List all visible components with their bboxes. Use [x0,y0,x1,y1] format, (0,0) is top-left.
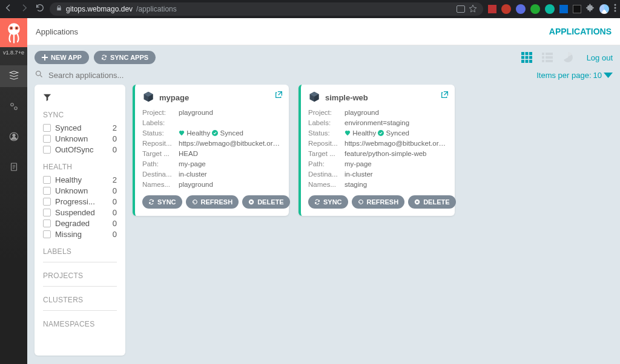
delete-button[interactable]: DELETE [408,195,455,209]
breadcrumb-bar: Applications APPLICATIONS [27,18,620,45]
refresh-button[interactable]: REFRESH [352,195,405,209]
view-list-icon[interactable] [541,51,553,63]
sync-button[interactable]: SYNC [308,195,348,209]
field-value: in-cluster [179,170,282,179]
checkbox[interactable] [43,198,51,206]
open-external-icon[interactable] [275,91,283,100]
filter-row[interactable]: Synced2 [43,123,117,132]
breadcrumb: Applications [36,27,78,36]
svg-point-0 [615,4,616,6]
filter-icon [43,93,117,103]
field-key: Names... [142,180,179,189]
filter-row[interactable]: Progressi...0 [43,197,117,206]
translate-icon[interactable] [457,5,465,13]
field-value: Healthy Synced [179,129,282,138]
delete-button[interactable]: DELETE [242,195,289,209]
ext-icon[interactable] [516,4,526,14]
field-value: staging [345,180,447,189]
ext-icon[interactable] [573,5,581,13]
filter-head-clusters: CLUSTERS [43,296,117,311]
filter-label: Progressi... [55,197,108,206]
lock-icon [56,5,62,13]
profile-avatar[interactable] [599,4,609,14]
filter-label: OutOfSync [55,145,108,154]
svg-rect-26 [542,60,544,62]
search-input[interactable] [48,71,532,80]
field-value: my-page [179,160,282,169]
argo-logo[interactable] [0,18,27,47]
filter-row[interactable]: Degraded0 [43,219,117,228]
filter-row[interactable]: Suspended0 [43,208,117,217]
ext-icon[interactable] [545,4,555,14]
svg-point-7 [16,27,18,29]
filter-head-labels: LABELS [43,247,117,263]
filter-row[interactable]: Unknown0 [43,134,117,143]
filter-row[interactable]: OutOfSync0 [43,145,117,154]
reload-button[interactable] [35,3,45,15]
checkbox[interactable] [43,146,51,154]
svg-point-9 [14,107,17,110]
filter-row[interactable]: Healthy2 [43,175,117,184]
items-per-page[interactable]: Items per page: 10 [536,71,613,80]
ext-icon[interactable] [501,4,511,14]
filter-head-namespaces: NAMESPACES [43,320,117,329]
svg-point-6 [10,27,12,29]
svg-rect-20 [525,60,528,63]
view-grid-icon[interactable] [521,51,533,63]
svg-rect-25 [546,56,553,59]
field-value: https://webmago@bitbucket.org/we... [345,139,447,148]
checkbox[interactable] [43,219,51,227]
rail-item-user[interactable] [0,126,27,148]
filter-label: Degraded [55,219,108,228]
filter-label: Unknown [55,186,108,195]
ext-icon[interactable] [559,5,568,13]
logout-link[interactable]: Log out [587,53,613,62]
filter-row[interactable]: Unknown0 [43,186,117,195]
nav-buttons [4,3,45,15]
filter-count: 0 [113,186,117,195]
open-external-icon[interactable] [441,91,449,100]
bookmark-icon[interactable] [469,4,477,15]
applications-link[interactable]: APPLICATIONS [549,27,612,36]
filter-count: 0 [113,197,117,206]
extensions-icon[interactable] [586,4,595,15]
url-path: /applications [136,5,177,13]
application-card[interactable]: mypageProject:playgroundLabels:Status: H… [133,85,289,216]
svg-rect-24 [542,56,544,59]
address-bar[interactable]: gitops.webmago.dev/applications [50,2,483,16]
forward-button[interactable] [19,3,29,15]
checkbox[interactable] [43,124,51,132]
svg-point-1 [615,7,616,9]
filter-head-projects: PROJECTS [43,271,117,287]
svg-point-8 [10,103,13,106]
back-button[interactable] [4,3,13,15]
ext-icon[interactable] [530,4,540,14]
view-pie-icon[interactable] [562,51,574,63]
filter-row[interactable]: Missing0 [43,230,117,239]
new-app-button[interactable]: NEW APP [35,51,89,64]
checkbox[interactable] [43,230,51,238]
app-icon [142,91,154,105]
svg-rect-14 [525,52,528,55]
rail-item-docs[interactable] [0,156,27,178]
application-cards: mypageProject:playgroundLabels:Status: H… [133,85,613,357]
checkbox[interactable] [43,176,51,184]
application-card[interactable]: simple-webProject:playgroundLabels:envir… [298,85,455,216]
rail-item-applications[interactable] [0,65,27,87]
rail-item-settings[interactable] [0,96,27,117]
kebab-menu-icon[interactable] [614,4,616,15]
field-value: my-page [345,160,447,169]
filter-head-health: HEALTH [43,163,117,172]
sync-apps-button[interactable]: SYNC APPS [94,51,156,64]
checkbox[interactable] [43,187,51,195]
ext-icon[interactable] [488,5,496,13]
filter-count: 0 [113,219,117,228]
heart-icon [345,129,351,137]
field-value [179,119,282,128]
refresh-button[interactable]: REFRESH [186,195,239,209]
svg-rect-15 [529,52,532,55]
checkbox[interactable] [43,135,51,143]
svg-point-2 [615,10,616,12]
checkbox[interactable] [43,209,51,216]
sync-button[interactable]: SYNC [142,195,182,209]
